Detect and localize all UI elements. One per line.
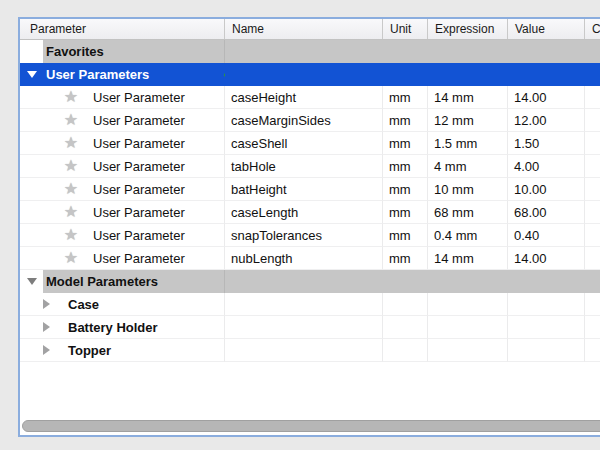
subsection-row-topper[interactable]: Topper [20,339,600,362]
parameter-name-cell: caseMarginSides [225,109,383,132]
unit-cell: mm [383,132,428,155]
parameter-name-cell: batHeight [225,178,383,201]
subsection-row-case[interactable]: Case [20,293,600,316]
disclosure-expanded-icon[interactable] [27,278,37,285]
tree-indent [20,63,43,86]
parameter-row-caseheight[interactable]: ★User ParametercaseHeightmm14 mm14.00 [20,86,600,109]
parameter-name-cell: nubLength [225,247,383,270]
parameter-type-label: User Parameter [93,136,185,151]
parameters-table-panel: Parameter Name Unit Expression Value C F… [18,17,600,437]
favorite-star-icon[interactable]: ★ [62,112,80,128]
parameter-row-nublength[interactable]: ★User ParameternubLengthmm14 mm14.00 [20,247,600,270]
value-cell: 1.50 [508,132,585,155]
unit-cell: mm [383,109,428,132]
row-label: Battery Holder [68,320,158,335]
expression-cell[interactable]: 4 mm [428,155,508,178]
favorite-star-icon[interactable]: ★ [62,89,80,105]
table-body: FavoritesUser Parameters★User Parameterc… [20,40,600,362]
parameter-type-label: User Parameter [93,205,185,220]
parameter-type-label: User Parameter [93,159,185,174]
parameter-type-label: User Parameter [93,90,185,105]
row-label: Topper [68,343,111,358]
section-row-user-parameters[interactable]: User Parameters [20,63,600,86]
tree-indent [20,40,43,63]
column-header-parameter[interactable]: Parameter [20,19,225,39]
expression-cell[interactable]: 14 mm [428,247,508,270]
value-cell: 12.00 [508,109,585,132]
horizontal-scrollbar-track[interactable] [20,417,600,435]
expression-cell[interactable]: 14 mm [428,86,508,109]
disclosure-collapsed-icon[interactable] [43,299,50,309]
parameter-name-cell: tabHole [225,155,383,178]
parameter-name-cell: caseHeight [225,86,383,109]
unit-cell: mm [383,224,428,247]
row-label: Favorites [46,44,104,59]
unit-cell: mm [383,86,428,109]
favorite-star-icon[interactable]: ★ [62,181,80,197]
expression-cell[interactable]: 1.5 mm [428,132,508,155]
parameter-row-batheight[interactable]: ★User ParameterbatHeightmm10 mm10.00 [20,178,600,201]
favorite-star-icon[interactable]: ★ [62,135,80,151]
parameter-name-cell: snapTolerances [225,224,383,247]
expression-cell[interactable]: 68 mm [428,201,508,224]
parameter-name-cell: caseShell [225,132,383,155]
row-label: Case [68,297,99,312]
favorite-star-icon[interactable]: ★ [62,227,80,243]
value-cell: 68.00 [508,201,585,224]
favorite-star-icon[interactable]: ★ [62,158,80,174]
disclosure-expanded-icon[interactable] [27,71,37,78]
unit-cell: mm [383,155,428,178]
subsection-row-battery-holder[interactable]: Battery Holder [20,316,600,339]
section-row-model-parameters[interactable]: Model Parameters [20,270,600,293]
favorite-star-icon[interactable]: ★ [62,250,80,266]
parameter-type-label: User Parameter [93,251,185,266]
parameter-type-label: User Parameter [93,113,185,128]
value-cell: 14.00 [508,247,585,270]
table-header-row: Parameter Name Unit Expression Value C [20,19,600,40]
favorite-star-icon[interactable]: ★ [62,204,80,220]
parameter-row-caselength[interactable]: ★User ParametercaseLengthmm68 mm68.00 [20,201,600,224]
expression-cell[interactable]: 10 mm [428,178,508,201]
parameter-type-label: User Parameter [93,228,185,243]
column-header-unit[interactable]: Unit [383,19,428,39]
unit-cell: mm [383,247,428,270]
expression-cell[interactable]: 0.4 mm [428,224,508,247]
section-row-favorites[interactable]: Favorites [20,40,600,63]
parameter-row-caseshell[interactable]: ★User ParametercaseShellmm1.5 mm1.50 [20,132,600,155]
column-header-comments[interactable]: C [585,19,600,39]
section-label-cell: Favorites [43,40,225,63]
parameter-row-casemarginsides[interactable]: ★User ParametercaseMarginSidesmm12 mm12.… [20,109,600,132]
column-header-expression[interactable]: Expression [428,19,508,39]
unit-cell: mm [383,201,428,224]
column-header-name[interactable]: Name [225,19,383,39]
disclosure-collapsed-icon[interactable] [43,322,50,332]
value-cell: 14.00 [508,86,585,109]
value-cell: 4.00 [508,155,585,178]
unit-cell: mm [383,178,428,201]
section-label-cell: Model Parameters [43,270,225,293]
expression-cell[interactable]: 12 mm [428,109,508,132]
add-user-parameter-button[interactable] [224,68,225,81]
value-cell: 0.40 [508,224,585,247]
section-label-cell: User Parameters [43,63,225,86]
tree-indent [20,270,43,293]
horizontal-scrollbar-thumb[interactable] [22,420,600,432]
parameter-row-snaptolerances[interactable]: ★User ParametersnapTolerancesmm0.4 mm0.4… [20,224,600,247]
value-cell: 10.00 [508,178,585,201]
parameter-type-label: User Parameter [93,182,185,197]
row-label: User Parameters [46,67,149,82]
parameter-row-tabhole[interactable]: ★User ParametertabHolemm4 mm4.00 [20,155,600,178]
disclosure-collapsed-icon[interactable] [43,345,50,355]
parameter-name-cell: caseLength [225,201,383,224]
column-header-value[interactable]: Value [508,19,585,39]
row-label: Model Parameters [46,274,158,289]
